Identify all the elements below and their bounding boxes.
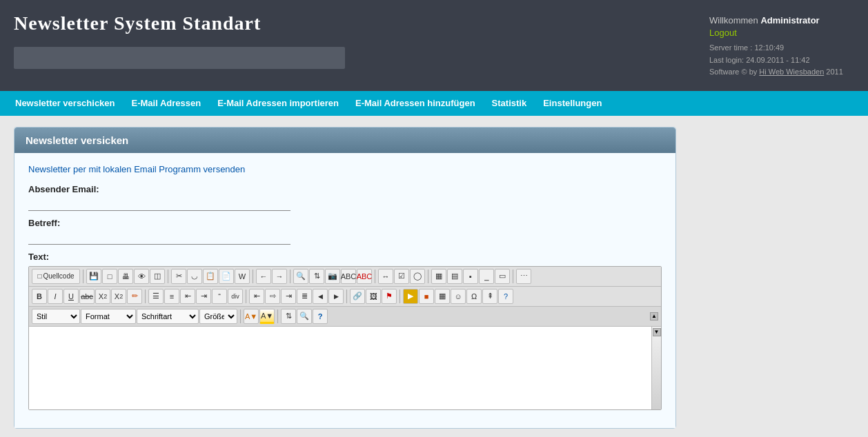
main-content: Newsletter versicken Newsletter per mit … bbox=[0, 116, 868, 437]
bg-color-button[interactable]: A▼ bbox=[259, 309, 275, 324]
absender-label: Absender Email: bbox=[28, 184, 662, 194]
nav-item-einstellungen[interactable]: Einstellungen bbox=[535, 91, 610, 116]
sep6 bbox=[428, 270, 428, 283]
image2-button[interactable]: 🖼 bbox=[366, 289, 381, 304]
redo-button[interactable]: → bbox=[272, 269, 287, 284]
align-center-button[interactable]: ⇨ bbox=[265, 289, 280, 304]
emoticon-button[interactable]: ☺ bbox=[451, 289, 466, 304]
char-button[interactable]: Ω bbox=[466, 289, 482, 304]
header: Newsletter System Standart Willkommen Ad… bbox=[0, 0, 868, 91]
preview-button[interactable]: 👁 bbox=[134, 269, 149, 284]
groesse-select[interactable]: Größe bbox=[199, 309, 237, 324]
blockquote-button[interactable]: “ bbox=[212, 289, 227, 304]
local-email-link[interactable]: Newsletter per mit lokalen Email Program… bbox=[28, 164, 662, 174]
checkbox-button[interactable]: ☑ bbox=[394, 269, 409, 284]
list-unordered-button[interactable]: ≡ bbox=[164, 289, 179, 304]
subscript-button[interactable]: X2 bbox=[95, 289, 110, 304]
betreff-input[interactable] bbox=[28, 230, 290, 245]
table4-button[interactable]: ▦ bbox=[435, 289, 450, 304]
fit-button[interactable]: ⇅ bbox=[281, 309, 296, 324]
sep1 bbox=[83, 270, 83, 283]
sep4 bbox=[290, 270, 290, 283]
new-button[interactable]: □ bbox=[102, 269, 117, 284]
save-button[interactable]: 💾 bbox=[86, 269, 101, 284]
editor-toolbar-1: □ Quellcode 💾 □ 🖶 👁 ◫ ✂ ◡ 📋 📄 bbox=[29, 267, 661, 287]
div-button[interactable]: div bbox=[228, 289, 243, 304]
paste-text-button[interactable]: 📄 bbox=[219, 269, 234, 284]
removeformat-button[interactable]: ✏ bbox=[127, 289, 142, 304]
nav-item-statistik[interactable]: Statistik bbox=[484, 91, 535, 116]
more-button[interactable]: ⋯ bbox=[516, 269, 531, 284]
media-button[interactable]: ▶ bbox=[403, 289, 418, 304]
undo-button[interactable]: ← bbox=[256, 269, 271, 284]
hr-button[interactable]: ⎯ bbox=[479, 269, 494, 284]
table-button[interactable]: ▦ bbox=[431, 269, 446, 284]
image-button[interactable]: 📷 bbox=[325, 269, 340, 284]
cut-button[interactable]: ✂ bbox=[171, 269, 186, 284]
replace-button[interactable]: ⇅ bbox=[309, 269, 324, 284]
outdent-button[interactable]: ⇤ bbox=[180, 289, 195, 304]
format-select[interactable]: Format bbox=[81, 309, 136, 324]
welcome-text: Willkommen Administrator bbox=[709, 15, 854, 26]
anchor-button[interactable]: ⚑ bbox=[382, 289, 397, 304]
ltr-button[interactable]: ◀ bbox=[313, 289, 328, 304]
logout-link[interactable]: Logout bbox=[709, 28, 854, 38]
link-button[interactable]: 🔗 bbox=[350, 289, 365, 304]
bold-button[interactable]: B bbox=[32, 289, 47, 304]
text-label: Text: bbox=[28, 252, 662, 262]
italic-button[interactable]: I bbox=[48, 289, 63, 304]
spell-button[interactable]: ABC bbox=[341, 269, 356, 284]
nav-item-email-import[interactable]: E-Mail Adressen importieren bbox=[209, 91, 347, 116]
betreff-label: Betreff: bbox=[28, 218, 662, 228]
rtl-button[interactable]: ▶ bbox=[328, 289, 344, 304]
absender-row: Absender Email: bbox=[28, 184, 662, 211]
copy-button[interactable]: ◡ bbox=[187, 269, 202, 284]
superscript-button[interactable]: X2 bbox=[111, 289, 126, 304]
scrollbar-up-arrow[interactable]: ▲ bbox=[650, 312, 658, 321]
align-left-button[interactable]: ⇤ bbox=[249, 289, 264, 304]
table2-button[interactable]: ▤ bbox=[447, 269, 462, 284]
list-ordered-button[interactable]: ☰ bbox=[148, 289, 164, 304]
template-button[interactable]: ◫ bbox=[150, 269, 165, 284]
paste-word-button[interactable]: W bbox=[235, 269, 250, 284]
help-button[interactable]: ? bbox=[313, 309, 328, 324]
about-button[interactable]: ? bbox=[498, 289, 513, 304]
align-right-button[interactable]: ⇥ bbox=[281, 289, 296, 304]
site-title: Newsletter System Standart bbox=[14, 12, 709, 34]
nav-item-email-adressen[interactable]: E-Mail Adressen bbox=[124, 91, 210, 116]
print-button[interactable]: 🖶 bbox=[118, 269, 133, 284]
panel-body: Newsletter per mit lokalen Email Program… bbox=[14, 153, 675, 428]
software-link[interactable]: Hi Web Wiesbaden bbox=[759, 68, 824, 76]
paste-button[interactable]: 📋 bbox=[203, 269, 218, 284]
find-button[interactable]: 🔍 bbox=[293, 269, 308, 284]
editor-wrapper: ▼ bbox=[29, 327, 661, 409]
editor-area[interactable] bbox=[29, 327, 651, 409]
iframe-button[interactable]: ▭ bbox=[495, 269, 510, 284]
resize-button[interactable]: ↔ bbox=[378, 269, 393, 284]
style-select[interactable]: Stil bbox=[32, 309, 80, 324]
spellcheck2-button[interactable]: ABC bbox=[357, 269, 372, 284]
nav-item-email-add[interactable]: E-Mail Adressen hinzufügen bbox=[347, 91, 484, 116]
editor-container: □ Quellcode 💾 □ 🖶 👁 ◫ ✂ ◡ 📋 📄 bbox=[28, 266, 662, 410]
absender-input[interactable] bbox=[28, 196, 290, 211]
zoom-button[interactable]: 🔍 bbox=[297, 309, 312, 324]
welcome-prefix: Willkommen bbox=[709, 15, 758, 26]
radio-button[interactable]: ◯ bbox=[410, 269, 425, 284]
sep7 bbox=[513, 270, 513, 283]
panel-header: Newsletter versicken bbox=[14, 128, 675, 153]
table3-button[interactable]: ▪ bbox=[463, 269, 478, 284]
indent-button[interactable]: ⇥ bbox=[196, 289, 211, 304]
pagebreak-button[interactable]: ⇞ bbox=[482, 289, 497, 304]
schriftart-select[interactable]: Schriftart bbox=[137, 309, 199, 324]
align-justify-button[interactable]: ≣ bbox=[297, 289, 312, 304]
scrollbar-down-arrow[interactable]: ▼ bbox=[653, 328, 661, 336]
nav-item-newsletter[interactable]: Newsletter verschicken bbox=[7, 91, 124, 116]
last-login: Last login: 24.09.2011 - 11:42 bbox=[709, 54, 854, 67]
quellcode-button[interactable]: □ Quellcode bbox=[32, 269, 80, 284]
strikethrough-button[interactable]: abc bbox=[79, 289, 95, 304]
text-row: Text: □ Quellcode 💾 □ 🖶 👁 ◫ bbox=[28, 252, 662, 410]
underline-button[interactable]: U bbox=[63, 289, 79, 304]
flash-button[interactable]: ■ bbox=[419, 289, 434, 304]
font-color-button[interactable]: A▼ bbox=[244, 309, 259, 324]
server-time: Server time : 12:10:49 bbox=[709, 42, 854, 54]
